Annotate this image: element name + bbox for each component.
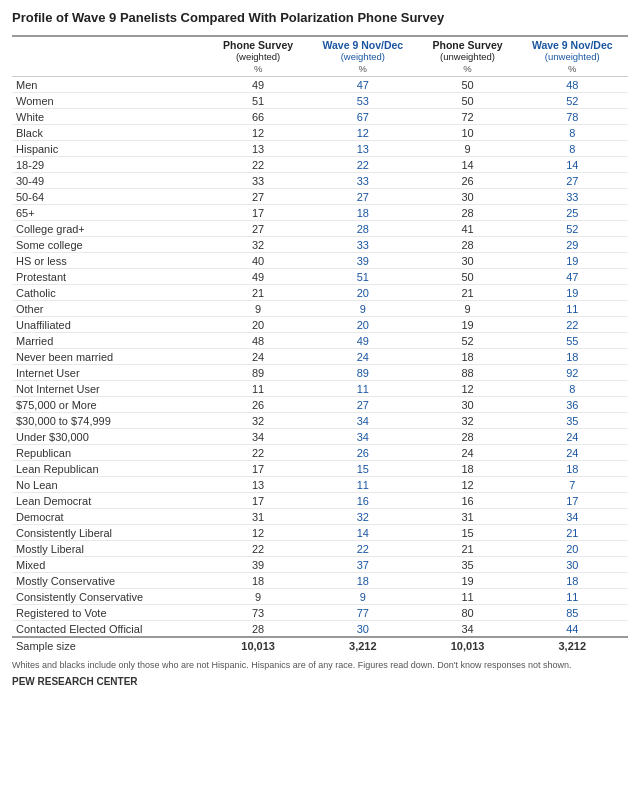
- table-row: Some college32332829: [12, 237, 628, 253]
- cell-2-1: 67: [307, 109, 418, 125]
- cell-33-0: 73: [209, 605, 307, 621]
- cell-24-3: 18: [517, 461, 628, 477]
- cell-6-3: 27: [517, 173, 628, 189]
- cell-17-0: 24: [209, 349, 307, 365]
- cell-5-3: 14: [517, 157, 628, 173]
- table-row: Mixed39373530: [12, 557, 628, 573]
- row-label: Registered to Vote: [12, 605, 209, 621]
- cell-26-0: 17: [209, 493, 307, 509]
- table-row: $30,000 to $74,99932343235: [12, 413, 628, 429]
- cell-4-2: 9: [419, 141, 517, 157]
- cell-27-3: 34: [517, 509, 628, 525]
- row-label: Catholic: [12, 285, 209, 301]
- cell-15-3: 22: [517, 317, 628, 333]
- cell-18-3: 92: [517, 365, 628, 381]
- row-label: 30-49: [12, 173, 209, 189]
- cell-10-1: 33: [307, 237, 418, 253]
- cell-16-3: 55: [517, 333, 628, 349]
- cell-7-3: 33: [517, 189, 628, 205]
- cell-15-1: 20: [307, 317, 418, 333]
- table-row: Black1212108: [12, 125, 628, 141]
- table-row: Married48495255: [12, 333, 628, 349]
- cell-3-0: 12: [209, 125, 307, 141]
- table-row: Unaffiliated20201922: [12, 317, 628, 333]
- cell-18-1: 89: [307, 365, 418, 381]
- cell-32-2: 11: [419, 589, 517, 605]
- cell-21-3: 35: [517, 413, 628, 429]
- cell-11-2: 30: [419, 253, 517, 269]
- cell-8-3: 25: [517, 205, 628, 221]
- row-label: Married: [12, 333, 209, 349]
- row-label: Lean Democrat: [12, 493, 209, 509]
- pew-logo: PEW RESEARCH CENTER: [12, 676, 628, 687]
- row-label: Consistently Liberal: [12, 525, 209, 541]
- row-label: No Lean: [12, 477, 209, 493]
- row-label: Contacted Elected Official: [12, 621, 209, 638]
- cell-24-1: 15: [307, 461, 418, 477]
- table-row: Sample size10,0133,21210,0133,212: [12, 637, 628, 653]
- table-row: Consistently Liberal12141521: [12, 525, 628, 541]
- table-row: 18-2922221414: [12, 157, 628, 173]
- row-label: Mostly Liberal: [12, 541, 209, 557]
- cell-7-1: 27: [307, 189, 418, 205]
- cell-34-0: 28: [209, 621, 307, 638]
- cell-19-3: 8: [517, 381, 628, 397]
- chart-title: Profile of Wave 9 Panelists Compared Wit…: [12, 10, 628, 27]
- row-label: HS or less: [12, 253, 209, 269]
- row-label: Mixed: [12, 557, 209, 573]
- cell-16-1: 49: [307, 333, 418, 349]
- table-row: Democrat31323134: [12, 509, 628, 525]
- cell-33-1: 77: [307, 605, 418, 621]
- cell-29-0: 22: [209, 541, 307, 557]
- cell-10-3: 29: [517, 237, 628, 253]
- cell-20-2: 30: [419, 397, 517, 413]
- row-label: Republican: [12, 445, 209, 461]
- cell-31-2: 19: [419, 573, 517, 589]
- table-row: 65+17182825: [12, 205, 628, 221]
- cell-12-0: 49: [209, 269, 307, 285]
- cell-21-0: 32: [209, 413, 307, 429]
- cell-9-2: 41: [419, 221, 517, 237]
- cell-3-1: 12: [307, 125, 418, 141]
- cell-6-2: 26: [419, 173, 517, 189]
- cell-12-1: 51: [307, 269, 418, 285]
- cell-29-2: 21: [419, 541, 517, 557]
- row-label: Women: [12, 93, 209, 109]
- table-row: HS or less40393019: [12, 253, 628, 269]
- cell-5-1: 22: [307, 157, 418, 173]
- cell-9-1: 28: [307, 221, 418, 237]
- cell-10-2: 28: [419, 237, 517, 253]
- footnote: Whites and blacks include only those who…: [12, 659, 628, 672]
- cell-4-1: 13: [307, 141, 418, 157]
- cell-9-0: 27: [209, 221, 307, 237]
- cell-1-3: 52: [517, 93, 628, 109]
- cell-1-0: 51: [209, 93, 307, 109]
- cell-30-2: 35: [419, 557, 517, 573]
- row-label: Democrat: [12, 509, 209, 525]
- cell-0-0: 49: [209, 77, 307, 93]
- cell-11-3: 19: [517, 253, 628, 269]
- table-row: Lean Republican17151818: [12, 461, 628, 477]
- row-label: Mostly Conservative: [12, 573, 209, 589]
- cell-7-2: 30: [419, 189, 517, 205]
- table-row: Protestant49515047: [12, 269, 628, 285]
- row-label: Lean Republican: [12, 461, 209, 477]
- cell-19-1: 11: [307, 381, 418, 397]
- cell-31-1: 18: [307, 573, 418, 589]
- cell-35-2: 10,013: [419, 637, 517, 653]
- col-header-1: Wave 9 Nov/Dec(weighted)%: [307, 36, 418, 77]
- cell-18-2: 88: [419, 365, 517, 381]
- cell-23-0: 22: [209, 445, 307, 461]
- cell-20-0: 26: [209, 397, 307, 413]
- col-header-0: Phone Survey(weighted)%: [209, 36, 307, 77]
- cell-0-2: 50: [419, 77, 517, 93]
- cell-21-1: 34: [307, 413, 418, 429]
- row-label: College grad+: [12, 221, 209, 237]
- row-label: Never been married: [12, 349, 209, 365]
- cell-4-3: 8: [517, 141, 628, 157]
- cell-35-0: 10,013: [209, 637, 307, 653]
- cell-2-2: 72: [419, 109, 517, 125]
- cell-15-0: 20: [209, 317, 307, 333]
- cell-25-3: 7: [517, 477, 628, 493]
- cell-14-3: 11: [517, 301, 628, 317]
